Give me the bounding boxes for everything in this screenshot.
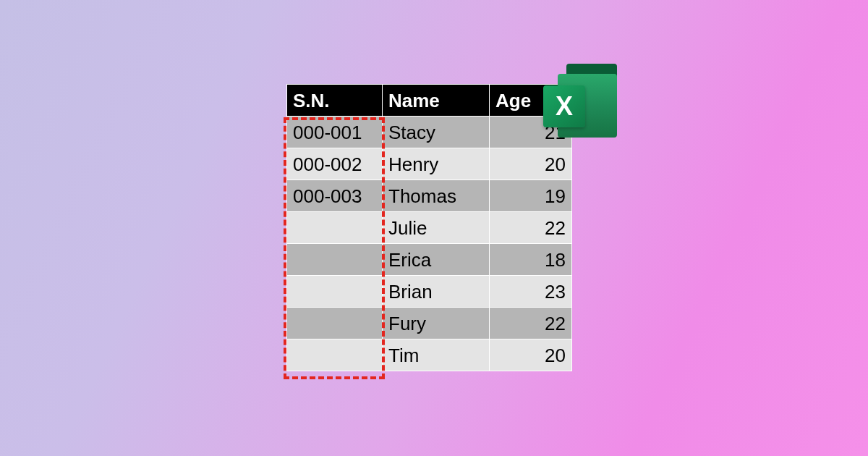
- cell-age[interactable]: 20: [490, 148, 572, 180]
- table-row[interactable]: Tim 20: [287, 339, 572, 371]
- cell-name[interactable]: Julie: [383, 212, 490, 244]
- data-table: S.N. Name Age 000-001 Stacy 21 000-002 H…: [286, 84, 572, 371]
- cell-sn[interactable]: [287, 339, 383, 371]
- cell-sn[interactable]: 000-001: [287, 117, 383, 148]
- table-row[interactable]: Erica 18: [287, 244, 572, 276]
- excel-icon: X: [543, 64, 623, 138]
- header-name[interactable]: Name: [383, 85, 490, 117]
- header-row: S.N. Name Age: [287, 85, 572, 117]
- cell-sn[interactable]: [287, 276, 383, 308]
- cell-age[interactable]: 19: [490, 180, 572, 212]
- cell-name[interactable]: Stacy: [383, 117, 490, 148]
- cell-age[interactable]: 20: [490, 339, 572, 371]
- cell-name[interactable]: Thomas: [383, 180, 490, 212]
- cell-name[interactable]: Erica: [383, 244, 490, 276]
- table-row[interactable]: Brian 23: [287, 276, 572, 308]
- excel-icon-letter: X: [556, 91, 573, 122]
- table-row[interactable]: 000-001 Stacy 21: [287, 117, 572, 148]
- cell-age[interactable]: 18: [490, 244, 572, 276]
- spreadsheet-stage: S.N. Name Age 000-001 Stacy 21 000-002 H…: [286, 84, 572, 371]
- table-row[interactable]: 000-002 Henry 20: [287, 148, 572, 180]
- cell-age[interactable]: 22: [490, 212, 572, 244]
- cell-age[interactable]: 22: [490, 308, 572, 339]
- cell-name[interactable]: Brian: [383, 276, 490, 308]
- cell-sn[interactable]: [287, 212, 383, 244]
- cell-name[interactable]: Henry: [383, 148, 490, 180]
- cell-sn[interactable]: 000-002: [287, 148, 383, 180]
- table-row[interactable]: Fury 22: [287, 308, 572, 339]
- cell-sn[interactable]: [287, 308, 383, 339]
- cell-name[interactable]: Tim: [383, 339, 490, 371]
- excel-icon-badge: X: [543, 85, 585, 127]
- cell-sn[interactable]: [287, 244, 383, 276]
- table-row[interactable]: Julie 22: [287, 212, 572, 244]
- cell-sn[interactable]: 000-003: [287, 180, 383, 212]
- table-row[interactable]: 000-003 Thomas 19: [287, 180, 572, 212]
- cell-age[interactable]: 23: [490, 276, 572, 308]
- cell-name[interactable]: Fury: [383, 308, 490, 339]
- header-sn[interactable]: S.N.: [287, 85, 383, 117]
